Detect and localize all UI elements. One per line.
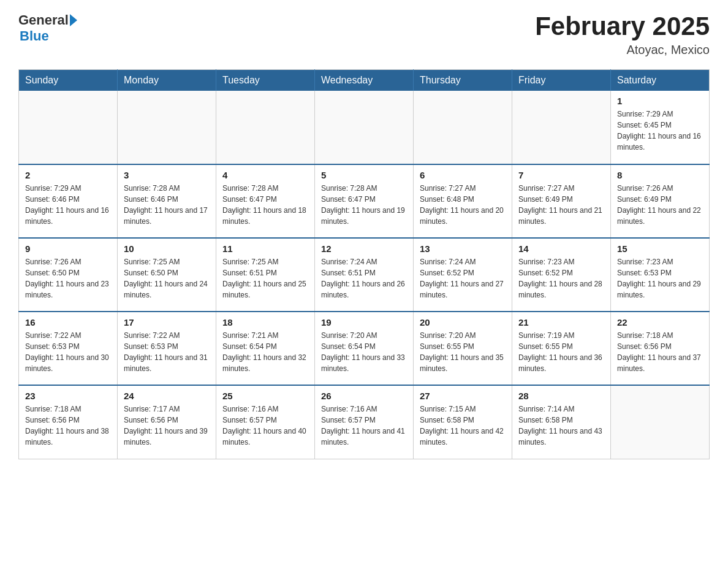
calendar-cell — [512, 91, 611, 164]
day-info: Sunrise: 7:20 AMSunset: 6:55 PMDaylight:… — [420, 330, 506, 374]
calendar-cell: 20Sunrise: 7:20 AMSunset: 6:55 PMDayligh… — [414, 312, 512, 385]
day-info: Sunrise: 7:21 AMSunset: 6:54 PMDaylight:… — [222, 330, 308, 374]
day-info: Sunrise: 7:27 AMSunset: 6:49 PMDaylight:… — [518, 183, 604, 227]
day-number: 5 — [321, 170, 407, 180]
day-number: 11 — [222, 243, 308, 254]
calendar-cell — [118, 91, 216, 164]
calendar-cell: 8Sunrise: 7:26 AMSunset: 6:49 PMDaylight… — [611, 164, 710, 238]
calendar-table: SundayMondayTuesdayWednesdayThursdayFrid… — [18, 69, 710, 459]
calendar-cell: 18Sunrise: 7:21 AMSunset: 6:54 PMDayligh… — [216, 312, 315, 385]
calendar-cell: 10Sunrise: 7:25 AMSunset: 6:50 PMDayligh… — [118, 238, 216, 312]
day-info: Sunrise: 7:23 AMSunset: 6:53 PMDaylight:… — [617, 256, 703, 301]
day-number: 24 — [124, 391, 210, 401]
day-number: 19 — [321, 317, 407, 327]
day-info: Sunrise: 7:15 AMSunset: 6:58 PMDaylight:… — [420, 404, 506, 448]
calendar-cell: 28Sunrise: 7:14 AMSunset: 6:58 PMDayligh… — [512, 385, 611, 459]
day-info: Sunrise: 7:28 AMSunset: 6:46 PMDaylight:… — [124, 183, 210, 227]
calendar-week-row: 1Sunrise: 7:29 AMSunset: 6:45 PMDaylight… — [19, 91, 710, 164]
day-info: Sunrise: 7:20 AMSunset: 6:54 PMDaylight:… — [321, 330, 407, 374]
calendar-cell: 9Sunrise: 7:26 AMSunset: 6:50 PMDaylight… — [19, 238, 118, 312]
weekday-header-monday: Monday — [118, 70, 216, 91]
day-number: 2 — [25, 170, 111, 180]
day-number: 7 — [518, 170, 604, 180]
day-number: 22 — [617, 317, 703, 327]
day-number: 3 — [124, 170, 210, 180]
calendar-cell — [611, 385, 710, 459]
calendar-cell: 15Sunrise: 7:23 AMSunset: 6:53 PMDayligh… — [611, 238, 710, 312]
day-number: 23 — [25, 391, 111, 401]
calendar-cell: 22Sunrise: 7:18 AMSunset: 6:56 PMDayligh… — [611, 312, 710, 385]
weekday-header-wednesday: Wednesday — [315, 70, 414, 91]
day-info: Sunrise: 7:25 AMSunset: 6:50 PMDaylight:… — [124, 256, 210, 301]
day-number: 28 — [518, 391, 604, 401]
month-title: February 2025 — [535, 12, 710, 40]
day-info: Sunrise: 7:22 AMSunset: 6:53 PMDaylight:… — [25, 330, 111, 374]
calendar-cell: 4Sunrise: 7:28 AMSunset: 6:47 PMDaylight… — [216, 164, 315, 238]
day-info: Sunrise: 7:16 AMSunset: 6:57 PMDaylight:… — [222, 404, 308, 448]
day-info: Sunrise: 7:18 AMSunset: 6:56 PMDaylight:… — [617, 330, 703, 374]
calendar-cell: 23Sunrise: 7:18 AMSunset: 6:56 PMDayligh… — [19, 385, 118, 459]
calendar-cell: 17Sunrise: 7:22 AMSunset: 6:53 PMDayligh… — [118, 312, 216, 385]
calendar-cell: 13Sunrise: 7:24 AMSunset: 6:52 PMDayligh… — [414, 238, 512, 312]
day-number: 25 — [222, 391, 308, 401]
calendar-cell — [216, 91, 315, 164]
day-info: Sunrise: 7:24 AMSunset: 6:52 PMDaylight:… — [420, 256, 506, 301]
day-info: Sunrise: 7:22 AMSunset: 6:53 PMDaylight:… — [124, 330, 210, 374]
day-info: Sunrise: 7:17 AMSunset: 6:56 PMDaylight:… — [124, 404, 210, 448]
day-info: Sunrise: 7:19 AMSunset: 6:55 PMDaylight:… — [518, 330, 604, 374]
calendar-cell: 19Sunrise: 7:20 AMSunset: 6:54 PMDayligh… — [315, 312, 414, 385]
day-info: Sunrise: 7:27 AMSunset: 6:48 PMDaylight:… — [420, 183, 506, 227]
day-number: 17 — [124, 317, 210, 327]
day-number: 6 — [420, 170, 506, 180]
location: Atoyac, Mexico — [535, 43, 710, 57]
day-info: Sunrise: 7:24 AMSunset: 6:51 PMDaylight:… — [321, 256, 407, 301]
calendar-cell — [414, 91, 512, 164]
logo-blue-text: Blue — [20, 28, 49, 44]
day-number: 26 — [321, 391, 407, 401]
weekday-header-row: SundayMondayTuesdayWednesdayThursdayFrid… — [19, 70, 710, 91]
day-info: Sunrise: 7:29 AMSunset: 6:45 PMDaylight:… — [617, 109, 703, 153]
calendar-cell: 16Sunrise: 7:22 AMSunset: 6:53 PMDayligh… — [19, 312, 118, 385]
calendar-week-row: 9Sunrise: 7:26 AMSunset: 6:50 PMDaylight… — [19, 238, 710, 312]
calendar-week-row: 23Sunrise: 7:18 AMSunset: 6:56 PMDayligh… — [19, 385, 710, 459]
calendar-cell: 2Sunrise: 7:29 AMSunset: 6:46 PMDaylight… — [19, 164, 118, 238]
day-number: 14 — [518, 243, 604, 254]
calendar-cell: 1Sunrise: 7:29 AMSunset: 6:45 PMDaylight… — [611, 91, 710, 164]
calendar-cell: 25Sunrise: 7:16 AMSunset: 6:57 PMDayligh… — [216, 385, 315, 459]
day-number: 1 — [617, 96, 703, 106]
calendar-week-row: 2Sunrise: 7:29 AMSunset: 6:46 PMDaylight… — [19, 164, 710, 238]
day-info: Sunrise: 7:28 AMSunset: 6:47 PMDaylight:… — [321, 183, 407, 227]
day-number: 9 — [25, 243, 111, 254]
calendar-cell — [315, 91, 414, 164]
calendar-cell: 26Sunrise: 7:16 AMSunset: 6:57 PMDayligh… — [315, 385, 414, 459]
day-info: Sunrise: 7:16 AMSunset: 6:57 PMDaylight:… — [321, 404, 407, 448]
day-number: 16 — [25, 317, 111, 327]
calendar-cell: 11Sunrise: 7:25 AMSunset: 6:51 PMDayligh… — [216, 238, 315, 312]
day-number: 12 — [321, 243, 407, 254]
calendar-cell: 14Sunrise: 7:23 AMSunset: 6:52 PMDayligh… — [512, 238, 611, 312]
day-info: Sunrise: 7:14 AMSunset: 6:58 PMDaylight:… — [518, 404, 604, 448]
logo: General Blue — [18, 12, 77, 44]
day-number: 13 — [420, 243, 506, 254]
day-number: 20 — [420, 317, 506, 327]
calendar-cell: 24Sunrise: 7:17 AMSunset: 6:56 PMDayligh… — [118, 385, 216, 459]
title-area: February 2025 Atoyac, Mexico — [535, 12, 710, 57]
day-number: 10 — [124, 243, 210, 254]
day-number: 15 — [617, 243, 703, 254]
weekday-header-thursday: Thursday — [414, 70, 512, 91]
day-number: 4 — [222, 170, 308, 180]
logo-general-text: General — [18, 12, 69, 28]
weekday-header-tuesday: Tuesday — [216, 70, 315, 91]
day-number: 27 — [420, 391, 506, 401]
calendar-cell: 3Sunrise: 7:28 AMSunset: 6:46 PMDaylight… — [118, 164, 216, 238]
day-info: Sunrise: 7:28 AMSunset: 6:47 PMDaylight:… — [222, 183, 308, 227]
logo-arrow-icon — [70, 14, 77, 26]
calendar-cell — [19, 91, 118, 164]
day-number: 8 — [617, 170, 703, 180]
day-info: Sunrise: 7:25 AMSunset: 6:51 PMDaylight:… — [222, 256, 308, 301]
day-info: Sunrise: 7:23 AMSunset: 6:52 PMDaylight:… — [518, 256, 604, 301]
day-number: 21 — [518, 317, 604, 327]
weekday-header-saturday: Saturday — [611, 70, 710, 91]
calendar-cell: 27Sunrise: 7:15 AMSunset: 6:58 PMDayligh… — [414, 385, 512, 459]
calendar-cell: 12Sunrise: 7:24 AMSunset: 6:51 PMDayligh… — [315, 238, 414, 312]
